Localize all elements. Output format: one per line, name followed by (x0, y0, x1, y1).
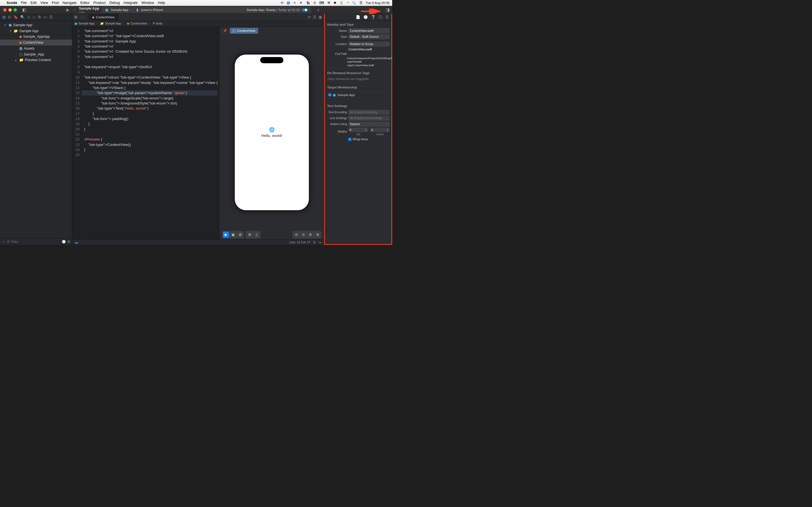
source-control-tab-icon[interactable]: ⊡ (8, 15, 11, 19)
indent-select[interactable]: Spaces⌄ (349, 122, 390, 126)
play-icon[interactable]: ⊙ (313, 1, 316, 5)
menubar-clock[interactable]: Tue 6 Aug 20:36 (366, 1, 390, 5)
wifi-icon[interactable]: ⌔ (347, 1, 349, 5)
menu-file[interactable]: File (21, 1, 27, 5)
lineend-select[interactable]: No Explicit Line Endings⌄ (349, 116, 390, 121)
spotlight-icon[interactable]: 🔍 (352, 1, 356, 5)
editor-file-tab[interactable]: ◆ ContentView (88, 14, 118, 20)
zoom-in-icon[interactable]: ⊕ (315, 232, 320, 238)
menu-find[interactable]: Find (52, 1, 59, 5)
run-destination-pill[interactable]: ▣ Sample App 〉 ▮ Junior's iPhone Sample … (101, 7, 311, 13)
zoom-window-icon[interactable] (13, 8, 17, 11)
menu-integrate[interactable]: Integrate (124, 1, 138, 5)
zoom-out-icon[interactable]: ⊖ (293, 232, 299, 238)
library-plus-icon[interactable]: ＋ (316, 7, 320, 13)
control-center-icon[interactable]: ☰ (359, 1, 363, 5)
selectable-preview-icon[interactable]: ▣ (230, 232, 236, 238)
window-traffic-lights[interactable] (0, 8, 17, 11)
name-value[interactable]: ContentView.swift (349, 28, 390, 33)
jump-crumb[interactable]: Sample App (105, 22, 121, 25)
canvas-icon[interactable]: ▣ (319, 15, 322, 19)
add-icon[interactable]: ＋ (2, 239, 5, 244)
breakpoints-tab-icon[interactable]: ▭ (43, 15, 47, 19)
debug-tab-icon[interactable]: ⚙ (38, 15, 41, 19)
cat-icon[interactable]: 🐈‍⬛ (306, 1, 310, 5)
split-editor-icon[interactable]: ☰ (313, 240, 316, 244)
minimize-window-icon[interactable] (8, 8, 12, 11)
tree-file[interactable]: ▢Sample_App (0, 51, 72, 57)
preview-toggle[interactable] (302, 8, 307, 11)
forward-icon[interactable]: 〉 (83, 15, 87, 19)
issues-tab-icon[interactable]: ⚠ (27, 15, 30, 19)
run-button-icon[interactable]: ▶ (66, 8, 69, 12)
type-select[interactable]: Default - Swift Source⌄ (349, 34, 390, 39)
tuning-icon[interactable]: ⚒ (327, 1, 331, 5)
jump-crumb[interactable]: Sample App (79, 22, 94, 25)
adjust-editor-icon[interactable]: ⇄ (308, 15, 311, 19)
pin-preview-icon[interactable]: 📌 (222, 28, 227, 33)
toggle-navigator-icon[interactable]: ◧ (22, 8, 26, 12)
iphone-preview[interactable]: 🌐 Hello, world! (234, 54, 310, 211)
find-tab-icon[interactable]: 🔍 (20, 15, 24, 19)
scm-filter-icon[interactable]: ⊞ (67, 240, 70, 244)
status-icon[interactable]: ▬ (75, 240, 78, 244)
project-navigator-tab-icon[interactable]: ▤ (2, 15, 6, 19)
device-settings-icon[interactable]: ⚙ (247, 232, 253, 238)
minimap-icon[interactable]: ☰ (313, 15, 316, 19)
file-inspector-tab-icon[interactable]: 📄 (356, 15, 360, 19)
toggle-inspector-icon[interactable]: ◨ (386, 8, 390, 12)
jump-crumb[interactable]: ContentView (130, 22, 147, 25)
tree-file-selected[interactable]: ◆ContentView (0, 40, 72, 46)
code-editor[interactable]: 1234567891011121314151617181920212223242… (72, 27, 219, 239)
tests-tab-icon[interactable]: ◇ (33, 15, 36, 19)
wrap-checkbox-icon[interactable]: ✓ (348, 138, 351, 141)
history-inspector-tab-icon[interactable]: 🕘 (363, 15, 368, 19)
toggle-debug-area-icon[interactable]: ▭ (319, 240, 321, 244)
preview-chip[interactable]: ▢ ContentView (230, 28, 258, 34)
live-preview-icon[interactable]: ▶ (223, 232, 229, 238)
jump-crumb[interactable]: body (156, 22, 162, 25)
back-icon[interactable]: 〈 (79, 15, 82, 19)
tree-group[interactable]: ▾📁Sample App (0, 28, 72, 34)
related-items-icon[interactable]: ▦ (74, 15, 77, 19)
menu-navigate[interactable]: Navigate (63, 1, 77, 5)
close-window-icon[interactable] (3, 8, 7, 11)
filter-input[interactable] (11, 240, 60, 244)
app-menu[interactable]: Xcode (6, 1, 17, 5)
code-lines[interactable]: "tok-comment">//"tok-comment">// "tok-ty… (82, 27, 218, 239)
zoom-fit-icon[interactable]: ⊙ (300, 232, 306, 238)
branch-icon[interactable]: ⑂ (73, 8, 76, 12)
target-checkbox-row[interactable]: ✓ ▣ Sample App (328, 93, 388, 97)
reports-tab-icon[interactable]: ☰ (49, 15, 52, 19)
brightness-icon[interactable]: ☀ (299, 1, 303, 5)
jump-bar[interactable]: ▣Sample App〉 📁Sample App〉 ◆ContentView〉 … (72, 20, 324, 26)
battery-icon[interactable]: 🔋 (340, 1, 343, 5)
bluetooth-icon[interactable]: ✱ (334, 1, 336, 5)
zoom-100-icon[interactable]: ⊚ (308, 232, 313, 238)
menu-debug[interactable]: Debug (109, 1, 120, 5)
location-select[interactable]: Relative to Group⌄ (349, 42, 390, 47)
timemachine-icon[interactable]: ⟲ (281, 1, 283, 5)
settings-inspector-tab-icon[interactable]: ☰ (386, 15, 389, 19)
menu-window[interactable]: Window (142, 1, 154, 5)
menu-view[interactable]: View (40, 1, 48, 5)
tree-project-root[interactable]: ▾▣Sample App (0, 22, 72, 28)
encoding-select[interactable]: No Explicit Encoding⌄ (349, 110, 390, 115)
bookmark-tab-icon[interactable]: 🔖 (13, 15, 18, 19)
menu-product[interactable]: Product (93, 1, 105, 5)
tab-width-input[interactable]: 4▲▼ (349, 128, 368, 132)
checkbox-checked-icon[interactable]: ✓ (328, 93, 332, 96)
device-rotate-icon[interactable]: ▯ (254, 232, 260, 238)
menu-help[interactable]: Help (158, 1, 165, 5)
variants-icon[interactable]: ⊞ (237, 232, 243, 238)
recent-icon[interactable]: 🕘 (62, 240, 66, 244)
tree-group-preview[interactable]: ▸📁Preview Content (0, 57, 72, 63)
tree-file[interactable]: ◆Sample_AppApp (0, 34, 72, 40)
menu-editor[interactable]: Editor (80, 1, 90, 5)
status-lt-icon[interactable]: LT (287, 1, 290, 5)
attributes-inspector-tab-icon[interactable]: ⓘ (378, 15, 382, 20)
indent-width-input[interactable]: 4▲▼ (370, 128, 390, 132)
scheme-selector[interactable]: Sample App main (79, 6, 99, 13)
filter-scope-icon[interactable]: ⊙ (7, 240, 10, 244)
tree-file[interactable]: ▦Assets (0, 45, 72, 51)
